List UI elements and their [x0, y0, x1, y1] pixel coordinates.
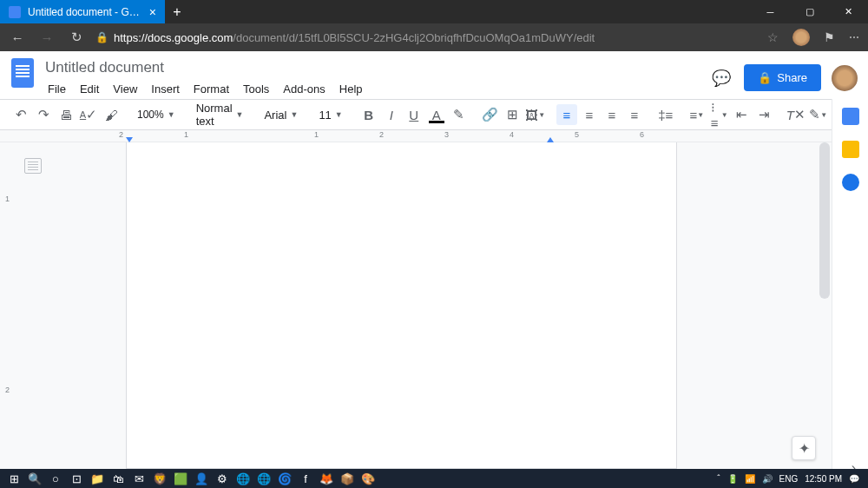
settings-icon[interactable]: ⚙ — [212, 469, 233, 488]
browser-titlebar: Untitled document - Google Docs × + ─ ▢ … — [0, 0, 868, 23]
cortana-icon[interactable]: ○ — [45, 469, 66, 488]
highlight-button[interactable]: ✎ — [449, 104, 470, 125]
app-icon[interactable]: 🌐 — [233, 469, 253, 488]
tab-title: Untitled document - Google Docs — [28, 6, 142, 18]
mail-icon[interactable]: ✉ — [128, 469, 149, 488]
undo-button[interactable]: ↶ — [10, 104, 31, 125]
volume-icon[interactable]: 🔊 — [762, 474, 773, 484]
image-button[interactable]: 🖼▼ — [525, 104, 546, 125]
maximize-button[interactable]: ▢ — [790, 0, 829, 23]
line-spacing-button[interactable]: ‡≡ — [655, 104, 676, 125]
app-icon[interactable]: 🦁 — [149, 469, 170, 488]
account-avatar[interactable] — [832, 65, 858, 91]
minimize-button[interactable]: ─ — [751, 0, 790, 23]
battery-icon[interactable]: 🔋 — [727, 474, 738, 484]
app-icon[interactable]: 📦 — [337, 469, 358, 488]
facebook-icon[interactable]: f — [295, 469, 316, 488]
menu-view[interactable]: View — [107, 80, 143, 98]
toolbar: ↶ ↷ 🖶 A✓ 🖌 100%▼ Normal text▼ Arial▼ 11▼… — [0, 99, 868, 130]
forward-button[interactable]: → — [36, 30, 57, 45]
close-window-button[interactable]: ✕ — [829, 0, 868, 23]
clear-formatting-button[interactable]: T✕ — [786, 104, 806, 125]
menu-edit[interactable]: Edit — [74, 80, 105, 98]
browser-addressbar: ← → ↻ 🔒 https://docs.google.com/document… — [0, 23, 868, 51]
firefox-icon[interactable]: 🦊 — [316, 469, 337, 488]
horizontal-ruler[interactable]: 2 1 1 2 3 4 5 6 — [0, 130, 868, 142]
menu-file[interactable]: File — [42, 80, 72, 98]
decrease-indent-button[interactable]: ⇤ — [732, 104, 753, 125]
vertical-ruler[interactable]: 1 2 — [0, 142, 17, 469]
print-button[interactable]: 🖶 — [56, 104, 76, 125]
start-button[interactable]: ⊞ — [3, 469, 24, 488]
explorer-icon[interactable]: 📁 — [87, 469, 108, 488]
scrollbar[interactable] — [819, 142, 830, 299]
address-input[interactable]: 🔒 https://docs.google.com/document/d/15t… — [95, 31, 759, 44]
text-color-button[interactable]: A — [426, 104, 447, 125]
align-right-button[interactable]: ≡ — [602, 104, 622, 125]
menu-bar: File Edit View Insert Format Tools Add-o… — [42, 80, 709, 98]
url-path: /document/d/15tfL0Bl5SCU-2zHG4clj2Obriqf… — [233, 31, 595, 44]
tray-up-icon[interactable]: ˆ — [717, 474, 720, 484]
bold-button[interactable]: B — [358, 104, 379, 125]
menu-insert[interactable]: Insert — [145, 80, 186, 98]
spellcheck-button[interactable]: A✓ — [78, 104, 99, 125]
wifi-icon[interactable]: 📶 — [745, 474, 755, 484]
tasks-icon[interactable] — [842, 174, 859, 191]
numbered-list-button[interactable]: ≡▼ — [687, 104, 707, 125]
edge-icon[interactable]: 🌀 — [274, 469, 295, 488]
keep-icon[interactable] — [842, 141, 859, 158]
styles-dropdown[interactable]: Normal text▼ — [191, 104, 249, 125]
store-icon[interactable]: 🛍 — [108, 469, 128, 488]
extension-icon[interactable]: ⚑ — [824, 30, 835, 44]
new-tab-button[interactable]: + — [165, 0, 189, 23]
bulleted-list-button[interactable]: ⁝≡▼ — [709, 104, 730, 125]
menu-help[interactable]: Help — [333, 80, 369, 98]
windows-taskbar: ⊞ 🔍 ○ ⊡ 📁 🛍 ✉ 🦁 🟩 👤 ⚙ 🌐 🌐 🌀 f 🦊 📦 🎨 ˆ 🔋 … — [0, 469, 868, 488]
window-controls: ─ ▢ ✕ — [751, 0, 868, 23]
menu-tools[interactable]: Tools — [237, 80, 275, 98]
comment-button[interactable]: ⊞ — [503, 104, 523, 125]
browser-tab[interactable]: Untitled document - Google Docs × — [0, 0, 165, 23]
app-icon[interactable]: 👤 — [191, 469, 212, 488]
taskview-icon[interactable]: ⊡ — [66, 469, 87, 488]
favorite-icon[interactable]: ☆ — [767, 30, 779, 44]
refresh-button[interactable]: ↻ — [66, 30, 87, 45]
docs-home-button[interactable] — [7, 58, 38, 98]
notifications-icon[interactable]: 💬 — [849, 474, 859, 484]
zoom-dropdown[interactable]: 100%▼ — [132, 104, 181, 125]
italic-button[interactable]: I — [381, 104, 402, 125]
back-button[interactable]: ← — [7, 30, 28, 45]
close-tab-icon[interactable]: × — [149, 5, 156, 19]
font-size-dropdown[interactable]: 11▼ — [313, 104, 347, 125]
comments-button[interactable]: 💬 — [709, 66, 733, 90]
share-button[interactable]: 🔒 Share — [744, 64, 821, 91]
align-justify-button[interactable]: ≡ — [624, 104, 645, 125]
document-page[interactable] — [126, 142, 677, 469]
menu-format[interactable]: Format — [187, 80, 235, 98]
font-dropdown[interactable]: Arial▼ — [259, 104, 303, 125]
underline-button[interactable]: U — [404, 104, 424, 125]
explore-button[interactable]: ✦ — [792, 436, 816, 460]
chrome-icon[interactable]: 🌐 — [253, 469, 274, 488]
app-icon[interactable]: 🟩 — [170, 469, 191, 488]
app-icon[interactable]: 🎨 — [358, 469, 378, 488]
browser-menu-icon[interactable]: ⋯ — [849, 31, 861, 43]
search-icon[interactable]: 🔍 — [24, 469, 45, 488]
align-center-button[interactable]: ≡ — [579, 104, 600, 125]
docs-favicon — [9, 6, 21, 18]
menu-addons[interactable]: Add-ons — [277, 80, 331, 98]
link-button[interactable]: 🔗 — [480, 104, 501, 125]
url-host: https://docs.google.com — [114, 31, 233, 44]
language-indicator[interactable]: ENG — [779, 474, 799, 484]
browser-profile-icon[interactable] — [792, 29, 810, 46]
calendar-icon[interactable] — [842, 108, 859, 125]
docs-logo-icon — [11, 58, 34, 88]
align-left-button[interactable]: ≡ — [556, 104, 577, 125]
paint-format-button[interactable]: 🖌 — [101, 104, 122, 125]
outline-button[interactable] — [24, 158, 42, 174]
redo-button[interactable]: ↷ — [33, 104, 54, 125]
editing-mode-button[interactable]: ✎▼ — [808, 104, 829, 125]
clock[interactable]: 12:50 PM — [805, 474, 842, 484]
increase-indent-button[interactable]: ⇥ — [754, 104, 775, 125]
document-title-input[interactable]: Untitled document — [42, 57, 709, 78]
